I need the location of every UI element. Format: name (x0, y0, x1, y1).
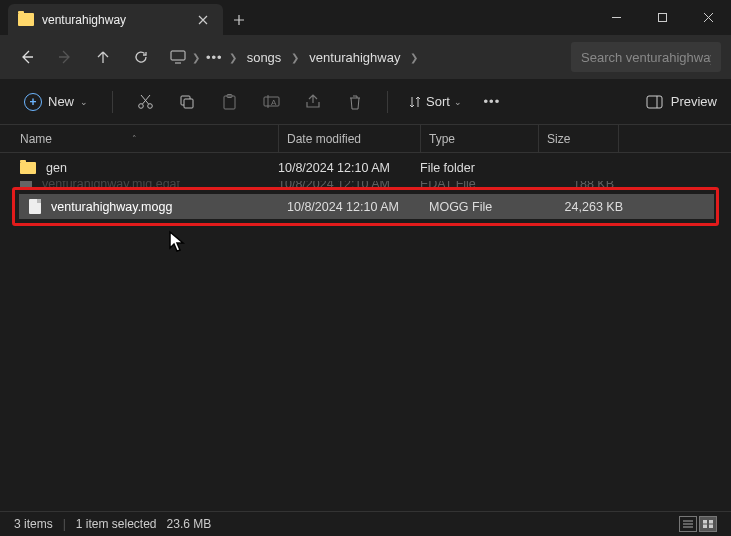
svg-rect-8 (264, 97, 279, 106)
new-button[interactable]: + New ⌄ (14, 89, 98, 115)
more-options-button[interactable]: ••• (474, 84, 510, 120)
table-row-selected[interactable]: venturahighway.mogg 10/8/2024 12:10 AM M… (19, 194, 714, 219)
file-date: 10/8/2024 12:10 AM (287, 200, 429, 214)
folder-icon (20, 162, 36, 174)
svg-rect-6 (224, 96, 235, 109)
sort-icon (408, 95, 422, 109)
chevron-right-icon: ❯ (229, 52, 237, 63)
forward-button[interactable] (48, 40, 82, 74)
chevron-down-icon: ⌄ (454, 97, 462, 107)
copy-button[interactable] (169, 84, 205, 120)
minimize-button[interactable] (593, 2, 639, 34)
svg-rect-0 (658, 14, 666, 22)
file-date: 10/8/2024 12:10 AM (278, 161, 420, 175)
svg-rect-12 (709, 520, 713, 524)
add-tab-button[interactable] (223, 4, 255, 35)
svg-rect-13 (703, 525, 707, 529)
svg-rect-7 (227, 94, 232, 97)
view-details-button[interactable] (679, 516, 697, 532)
ellipsis-icon[interactable]: ••• (206, 50, 223, 65)
sort-indicator-icon: ˄ (132, 134, 137, 144)
file-date: 10/8/2024 12:10 AM (278, 181, 420, 187)
chevron-right-icon: ❯ (410, 52, 418, 63)
back-button[interactable] (10, 40, 44, 74)
close-tab-button[interactable] (195, 12, 211, 28)
file-type: EDAT File (420, 181, 538, 187)
search-input[interactable] (571, 42, 721, 72)
refresh-button[interactable] (124, 40, 158, 74)
svg-rect-11 (703, 520, 707, 524)
file-icon (20, 181, 32, 187)
folder-icon (18, 13, 34, 26)
view-icons-button[interactable] (699, 516, 717, 532)
close-window-button[interactable] (685, 2, 731, 34)
file-icon (29, 199, 41, 214)
chevron-right-icon: ❯ (291, 52, 299, 63)
svg-rect-1 (171, 51, 185, 60)
cut-button[interactable] (127, 84, 163, 120)
status-selection: 1 item selected (76, 517, 157, 531)
status-selection-size: 23.6 MB (167, 517, 212, 531)
maximize-button[interactable] (639, 2, 685, 34)
svg-rect-4 (181, 96, 190, 105)
svg-point-3 (147, 104, 152, 109)
breadcrumb[interactable]: ❯ ••• ❯ songs ❯ venturahighway ❯ (170, 48, 567, 67)
delete-button[interactable] (337, 84, 373, 120)
file-type: MOGG File (429, 200, 547, 214)
file-name: venturahighway.mid.edat (42, 181, 180, 187)
breadcrumb-current[interactable]: venturahighway (305, 48, 404, 67)
highlight-box: venturahighway.mogg 10/8/2024 12:10 AM M… (12, 187, 719, 226)
preview-pane-icon (646, 95, 663, 109)
preview-button[interactable]: Preview (646, 94, 717, 109)
new-button-label: New (48, 94, 74, 109)
column-header-date[interactable]: Date modified (278, 125, 420, 152)
sort-button[interactable]: Sort ⌄ (402, 94, 468, 109)
cursor-icon (168, 230, 188, 254)
tab-title: venturahighway (42, 13, 187, 27)
file-name: gen (46, 161, 67, 175)
share-button[interactable] (295, 84, 331, 120)
status-item-count: 3 items (14, 517, 53, 531)
svg-rect-10 (647, 96, 662, 108)
file-size: 188 KB (538, 181, 618, 187)
chevron-right-icon: ❯ (192, 52, 200, 63)
file-name: venturahighway.mogg (51, 200, 172, 214)
column-header-name[interactable]: Name (20, 132, 52, 146)
sort-button-label: Sort (426, 94, 450, 109)
up-button[interactable] (86, 40, 120, 74)
file-type: File folder (420, 161, 538, 175)
column-header-size[interactable]: Size (538, 125, 618, 152)
pc-icon (170, 50, 186, 64)
paste-button[interactable] (211, 84, 247, 120)
plus-circle-icon: + (24, 93, 42, 111)
divider-icon: | (63, 517, 66, 531)
window-tab[interactable]: venturahighway (8, 4, 223, 35)
breadcrumb-parent[interactable]: songs (243, 48, 286, 67)
svg-rect-14 (709, 525, 713, 529)
svg-point-2 (138, 104, 143, 109)
chevron-down-icon: ⌄ (80, 97, 88, 107)
column-header-type[interactable]: Type (420, 125, 538, 152)
table-row[interactable]: venturahighway.mid.edat 10/8/2024 12:10 … (10, 181, 721, 187)
svg-text:A: A (271, 98, 277, 107)
rename-button[interactable]: A (253, 84, 289, 120)
file-size: 24,263 KB (547, 200, 627, 214)
table-row[interactable]: gen 10/8/2024 12:10 AM File folder (10, 157, 721, 179)
preview-button-label: Preview (671, 94, 717, 109)
svg-rect-5 (184, 99, 193, 108)
